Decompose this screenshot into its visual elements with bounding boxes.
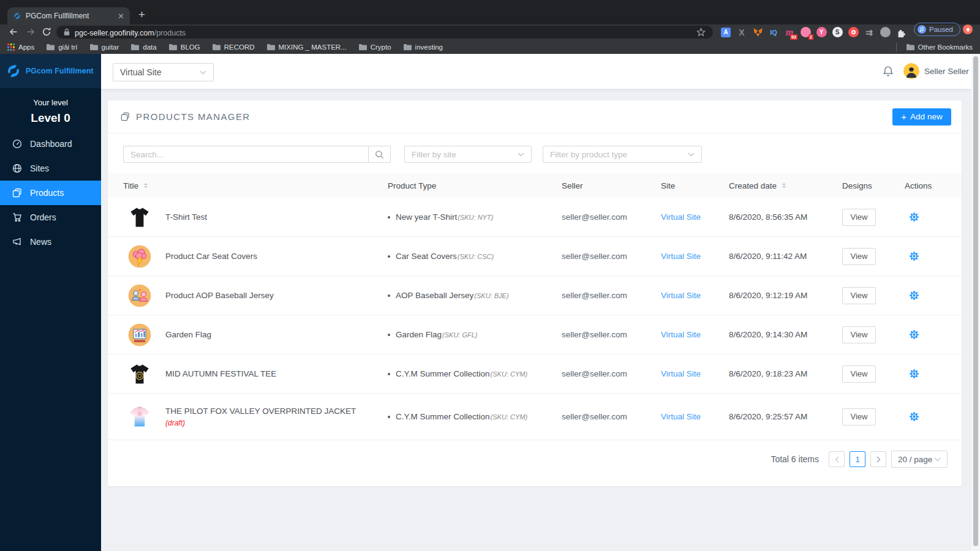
sidebar-item-label: News (30, 237, 51, 247)
site-link[interactable]: Virtual Site (661, 369, 701, 378)
bookmark-label: Apps (18, 43, 34, 51)
address-bar[interactable]: pgc-seller.goofinity.com/products (56, 26, 713, 39)
product-sku: (SKU: GFL) (442, 331, 477, 339)
chevron-down-icon (518, 152, 524, 157)
m-extension-icon[interactable]: m93 (784, 27, 795, 38)
sidebar-item-news[interactable]: News (0, 230, 101, 254)
column-label: Product Type (388, 181, 436, 190)
row-settings[interactable] (905, 251, 946, 261)
sidebar-item-products[interactable]: Products (0, 181, 101, 205)
column-header-created-date[interactable]: Created date (729, 181, 842, 190)
bookmark-item[interactable]: BLOG (168, 43, 200, 51)
sidebar-item-sites[interactable]: Sites (0, 156, 101, 181)
view-designs-button[interactable]: View (842, 287, 876, 304)
view-designs-button[interactable]: View (842, 326, 876, 343)
sort-icon[interactable] (144, 183, 148, 188)
page-1-button[interactable]: 1 (850, 451, 865, 467)
bookmark-item[interactable]: investing (403, 43, 443, 51)
bookmark-star-icon[interactable] (696, 28, 706, 37)
product-thumbnail (126, 321, 153, 348)
s-extension-icon[interactable]: S (832, 27, 843, 38)
bookmark-item[interactable]: guitar (89, 43, 119, 51)
bookmark-label: investing (415, 43, 443, 51)
gear-icon[interactable] (905, 212, 946, 222)
product-sku: (SKU: CYM) (491, 413, 528, 421)
site-link[interactable]: Virtual Site (661, 291, 701, 300)
paused-label: Paused (929, 26, 953, 33)
page-scrollbar-thumb[interactable] (973, 56, 978, 546)
iq-extension-icon[interactable]: IQ (768, 27, 779, 38)
arrows-extension-icon[interactable]: ⇉ (864, 27, 875, 38)
bookmark-item[interactable]: Crypto (358, 43, 391, 51)
per-page-select[interactable]: 20 / page (891, 451, 948, 468)
product-thumbnail (126, 361, 153, 388)
row-settings[interactable] (905, 329, 946, 340)
other-bookmarks[interactable]: Other Bookmarks (906, 43, 973, 51)
add-new-button[interactable]: +Add new (892, 108, 951, 126)
paused-pill[interactable]: Paused (914, 23, 960, 36)
translate-extension-icon[interactable]: A (720, 27, 731, 38)
site-link[interactable]: Virtual Site (661, 212, 701, 222)
forward-icon[interactable] (26, 27, 36, 37)
pink-extension-icon[interactable]: 2 (800, 27, 811, 38)
metamask-extension-icon[interactable] (752, 27, 763, 38)
reload-icon[interactable] (42, 27, 51, 37)
dashboard-icon (12, 139, 22, 149)
seller-email: seller@seller.com (562, 252, 661, 261)
row-settings[interactable] (905, 290, 946, 301)
site-select[interactable]: Virtual Site (113, 63, 214, 81)
gear-icon[interactable] (905, 411, 946, 422)
o-extension-icon[interactable] (848, 27, 859, 38)
row-settings[interactable] (905, 369, 946, 379)
gear-icon[interactable] (905, 251, 946, 261)
pgcom-logo-icon (5, 62, 22, 80)
back-icon[interactable] (9, 27, 18, 37)
globe-extension-icon[interactable] (880, 27, 891, 38)
browser-profile-avatar[interactable] (963, 24, 973, 34)
row-settings[interactable] (905, 212, 946, 222)
brand-logo[interactable]: PGcom Fulfillment (0, 54, 101, 88)
view-designs-button[interactable]: View (842, 365, 876, 383)
created-date: 8/6/2020, 9:18:23 AM (729, 369, 842, 378)
site-link[interactable]: Virtual Site (661, 252, 701, 261)
column-label: Designs (842, 181, 872, 190)
row-settings[interactable] (905, 411, 946, 422)
products-table: TitleProduct TypeSellerSiteCreated dateD… (108, 173, 962, 478)
y-extension-icon[interactable]: Y (816, 27, 827, 38)
next-page-button[interactable] (870, 451, 886, 467)
bullet-icon (388, 373, 390, 375)
user-avatar[interactable] (903, 63, 919, 79)
puzzle-extension-icon[interactable] (895, 27, 907, 38)
sidebar-item-orders[interactable]: Orders (0, 205, 101, 230)
gear-icon[interactable] (905, 290, 946, 301)
bookmark-item[interactable]: data (130, 43, 156, 51)
search-input[interactable] (123, 146, 369, 163)
search-button[interactable] (369, 146, 391, 163)
bookmark-item[interactable]: Apps (7, 43, 34, 51)
browser-tab[interactable]: PGCom Fullfillment ✕ (7, 7, 130, 24)
view-designs-button[interactable]: View (842, 248, 876, 265)
folder-icon (46, 43, 55, 51)
bookmark-item[interactable]: MIXING _ MASTER... (266, 43, 347, 51)
site-link[interactable]: Virtual Site (661, 330, 701, 339)
x-extension-icon[interactable]: X (736, 27, 747, 38)
prev-page-button[interactable] (829, 451, 845, 467)
new-tab-button[interactable]: + (138, 8, 145, 21)
column-header-title[interactable]: Title (123, 181, 388, 190)
bookmark-item[interactable]: giải trí (46, 43, 77, 51)
tab-close-icon[interactable]: ✕ (118, 12, 124, 20)
column-label: Seller (562, 181, 583, 190)
gear-icon[interactable] (905, 329, 946, 340)
bullet-icon (388, 216, 390, 219)
site-link[interactable]: Virtual Site (661, 412, 701, 421)
sort-icon[interactable] (782, 183, 786, 188)
bookmark-item[interactable]: RECORD (212, 43, 255, 51)
view-designs-button[interactable]: View (842, 209, 876, 226)
product-title: MID AUTUMN FESTIVAL TEE (165, 369, 276, 378)
view-designs-button[interactable]: View (842, 408, 876, 425)
sidebar-item-dashboard[interactable]: Dashboard (0, 132, 101, 156)
filter-by-product-type-select[interactable]: Filter by product type (543, 146, 702, 163)
gear-icon[interactable] (905, 369, 946, 379)
filter-by-site-select[interactable]: Filter by site (404, 146, 532, 163)
notifications-bell-icon[interactable] (883, 66, 894, 77)
